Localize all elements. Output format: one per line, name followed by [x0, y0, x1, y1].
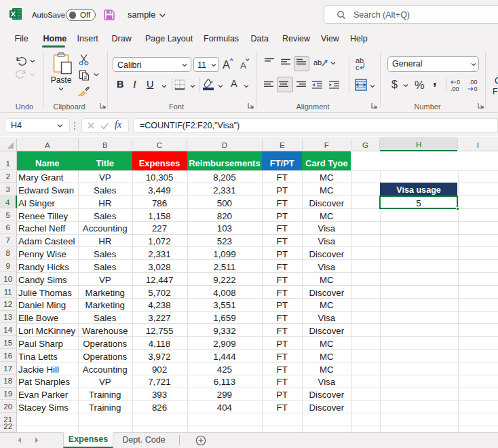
svg-text:A: A	[240, 60, 246, 70]
svg-text:0: 0	[474, 86, 478, 92]
svg-text:ab: ab	[313, 58, 322, 67]
svg-text:c: c	[356, 63, 360, 71]
svg-text:0: 0	[457, 79, 460, 86]
svg-text:.00: .00	[451, 86, 459, 92]
svg-text:A: A	[223, 58, 230, 70]
svg-text:.00: .00	[469, 79, 478, 86]
